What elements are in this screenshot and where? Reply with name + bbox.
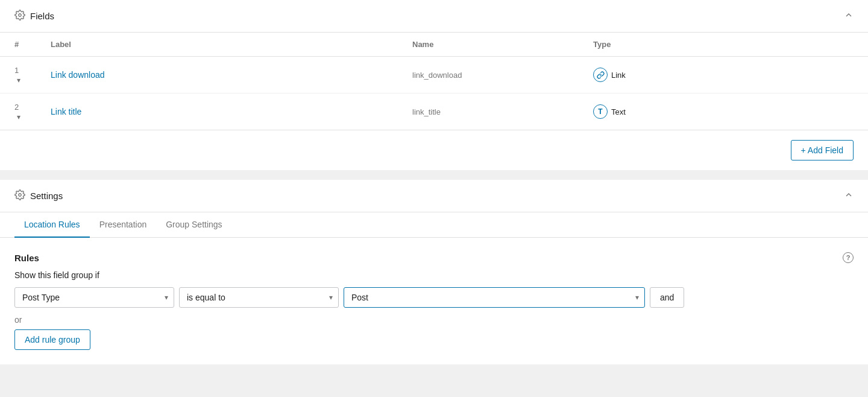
settings-tabs-container: Location Rules Presentation Group Settin… [0, 212, 868, 238]
add-rule-group-button[interactable]: Add rule group [14, 329, 90, 350]
svg-point-1 [19, 194, 22, 197]
value-select-wrapper: Post [344, 287, 645, 308]
rules-section: Rules ? Show this field group if Post Ty… [0, 238, 868, 364]
svg-point-0 [19, 14, 22, 17]
field-label-link[interactable]: Link download [51, 70, 105, 80]
fields-header-left: Fields [14, 10, 54, 22]
label-cell: Link title [36, 94, 398, 130]
rules-title-text: Rules [14, 253, 39, 263]
settings-tabs: Location Rules Presentation Group Settin… [14, 212, 854, 237]
settings-section: Settings Location Rules Presentation Gro… [0, 180, 868, 364]
type-cell: Link [579, 57, 868, 94]
rules-title: Rules ? [14, 252, 854, 263]
settings-header-left: Settings [14, 189, 63, 202]
tab-location-rules[interactable]: Location Rules [14, 212, 90, 238]
table-row: 1 ▾ Link download link_download [0, 57, 868, 94]
row-expand-icon[interactable]: ▾ [17, 76, 20, 84]
value-select[interactable]: Post [344, 287, 645, 308]
name-cell: link_download [398, 57, 579, 94]
name-cell: link_title [398, 94, 579, 130]
col-header-label: Label [36, 33, 398, 57]
add-field-button[interactable]: + Add Field [791, 140, 854, 160]
row-number: 1 [14, 66, 19, 75]
type-badge: Link [593, 68, 626, 82]
row-number-cell: 2 ▾ [0, 94, 36, 130]
settings-section-header: Settings [0, 180, 868, 212]
tab-presentation[interactable]: Presentation [90, 212, 157, 238]
type-badge: T Text [593, 104, 626, 119]
tab-group-settings[interactable]: Group Settings [156, 212, 231, 238]
gear-icon [14, 10, 25, 22]
text-type-icon: T [593, 104, 608, 119]
fields-collapse-icon[interactable] [844, 10, 854, 22]
col-header-type: Type [579, 33, 868, 57]
type-cell: T Text [579, 94, 868, 130]
field-name: link_download [412, 71, 462, 80]
settings-gear-icon [14, 189, 25, 202]
rule-row: Post Type is equal to Post and [14, 287, 854, 308]
col-header-name: Name [398, 33, 579, 57]
post-type-select[interactable]: Post Type [14, 287, 174, 308]
help-icon[interactable]: ? [843, 252, 854, 263]
settings-collapse-icon[interactable] [844, 190, 854, 202]
field-name: link_title [412, 107, 441, 116]
row-number-cell: 1 ▾ [0, 57, 36, 94]
table-row: 2 ▾ Link title link_title T Text [0, 94, 868, 130]
type-label: Link [611, 71, 626, 80]
page-container: Fields # Label Name Type [0, 0, 868, 364]
row-expand-icon[interactable]: ▾ [17, 113, 20, 121]
and-button[interactable]: and [650, 287, 684, 308]
add-field-row: + Add Field [0, 130, 868, 170]
condition-select[interactable]: is equal to [179, 287, 339, 308]
fields-table: # Label Name Type 1 ▾ Link download [0, 33, 868, 130]
link-type-icon [593, 68, 608, 82]
fields-section-header: Fields [0, 0, 868, 33]
row-number: 2 [14, 103, 19, 112]
post-type-select-wrapper: Post Type [14, 287, 174, 308]
field-label-link[interactable]: Link title [51, 107, 81, 116]
show-if-label: Show this field group if [14, 270, 854, 280]
type-label: Text [611, 107, 626, 116]
or-label: or [14, 315, 854, 325]
condition-select-wrapper: is equal to [179, 287, 339, 308]
label-cell: Link download [36, 57, 398, 94]
settings-title: Settings [30, 191, 63, 201]
fields-section: Fields # Label Name Type [0, 0, 868, 170]
col-header-number: # [0, 33, 36, 57]
fields-title: Fields [30, 11, 54, 21]
